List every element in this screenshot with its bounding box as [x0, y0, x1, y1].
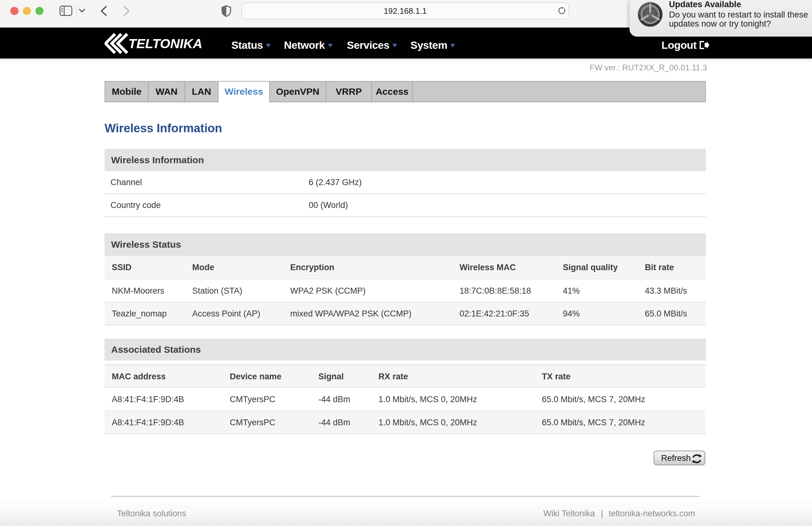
svg-text:TELTONIKA: TELTONIKA [128, 36, 202, 51]
